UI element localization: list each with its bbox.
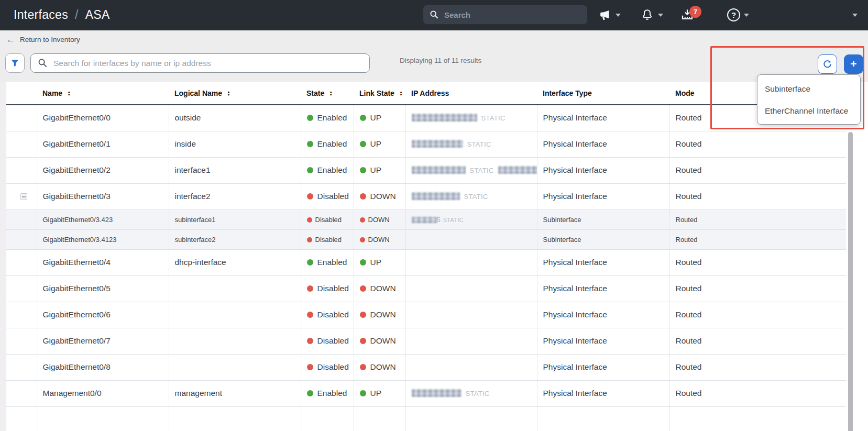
redacted-ip [412,192,460,200]
cell-state: Disabled [301,354,354,380]
top-navigation-bar: Interfaces / ASA 7 [0,0,868,30]
announcements-menu[interactable] [598,0,621,30]
table-row[interactable]: Management0/0managementEnabledUPSTATICPh… [6,380,846,406]
filter-button[interactable] [5,53,25,73]
cell-interface-type [537,406,669,431]
cell-mode: Routed [669,229,846,249]
table-scrollbar[interactable] [848,132,853,431]
static-label: STATIC [464,193,488,201]
cell-name: GigabitEthernet0/2 [37,157,169,183]
status-down-dot [360,193,366,200]
cell-state: Disabled [301,302,354,328]
table-row[interactable]: GigabitEthernet0/0outsideEnabledUPSTATIC… [6,105,846,131]
status-up-dot [360,259,366,266]
redacted-ip [498,166,537,174]
table-row[interactable]: GigabitEthernet0/1insideEnabledUPSTATICP… [6,131,846,157]
cell-name: GigabitEthernet0/7 [37,328,169,354]
user-menu[interactable] [852,0,858,30]
column-header-state[interactable]: State▲▼ [301,82,354,105]
cell-state [301,406,354,431]
cell-ip-address [405,328,537,354]
cell-ip-address [405,406,537,431]
chevron-down-icon [616,14,621,17]
table-row[interactable]: GigabitEthernet0/6DisabledDOWNPhysical I… [6,302,846,328]
global-search-input[interactable] [444,10,570,19]
status-up-dot [360,167,366,173]
status-down-dot [307,217,312,223]
breadcrumb-asa: ASA [85,8,110,22]
redacted-ip [412,389,462,397]
menu-item-etherchannel-interface[interactable]: EtherChannel Interface [757,100,860,122]
cell-mode: Routed [669,328,846,354]
breadcrumb-interfaces[interactable]: Interfaces [14,8,68,22]
cell-logical-name [169,354,301,380]
global-search[interactable] [423,5,587,24]
expand-cell [6,275,37,302]
results-count: Displaying 11 of 11 results [400,57,481,64]
cell-name [37,406,169,431]
refresh-button[interactable] [818,54,837,74]
collapse-toggle-icon[interactable] [20,193,27,200]
cell-name: GigabitEthernet0/3 [37,183,169,209]
cell-logical-name [169,302,301,328]
table-row[interactable]: GigabitEthernet0/8DisabledDOWNPhysical I… [6,354,846,380]
column-header-logical-name[interactable]: Logical Name▲▼ [169,82,301,105]
sort-icon[interactable]: ▲▼ [329,91,333,96]
ip-visible-part: 5 [437,216,441,224]
table-row[interactable]: GigabitEthernet0/3.4123subinterface2Disa… [6,229,846,249]
status-down-dot [360,312,366,318]
status-up-dot [307,259,313,266]
static-label: STATIC [467,140,491,148]
help-menu[interactable]: ? [727,0,749,30]
breadcrumb-separator: / [68,8,85,22]
status-down-dot [307,285,313,292]
table-row[interactable]: GigabitEthernet0/7DisabledDOWNPhysical I… [6,328,846,354]
table-row[interactable]: GigabitEthernet0/4dhcp-interfaceEnabledU… [6,249,846,275]
notifications-menu[interactable] [640,0,663,30]
status-down-dot [307,193,313,200]
interface-search[interactable] [30,53,370,73]
redacted-ip [412,140,463,148]
expand-cell [6,354,37,380]
cell-interface-type: Physical Interface [537,183,669,209]
cell-mode: Routed [669,183,846,209]
return-to-inventory-link[interactable]: ← Return to Inventory [6,35,80,44]
sort-icon[interactable]: ▲▼ [227,91,230,96]
cell-name: GigabitEthernet0/3.4123 [37,229,169,249]
column-header-link-state[interactable]: Link State▲▼ [354,82,405,105]
cell-link-state: DOWN [354,183,405,209]
cell-link-state: DOWN [354,328,405,354]
cell-logical-name: inside [169,131,301,157]
menu-item-subinterface[interactable]: Subinterface [757,78,860,100]
cell-logical-name: subinterface1 [169,209,301,229]
cell-state: Disabled [301,229,354,249]
cell-link-state: DOWN [354,229,405,249]
cell-mode: Routed [669,131,846,157]
cell-mode: Routed [669,275,846,302]
add-interface-button[interactable]: + [844,54,863,74]
cell-ip-address [405,354,537,380]
table-header-row: Name▲▼Logical Name▲▼State▲▼Link State▲▼I… [6,82,846,105]
table-row[interactable]: GigabitEthernet0/2interface1EnabledUPSTA… [6,157,846,183]
redacted-ip [412,114,477,121]
table-row[interactable]: GigabitEthernet0/3interface2DisabledDOWN… [6,183,846,209]
status-down-dot [360,338,366,344]
cell-state: Enabled [301,105,354,131]
table-row[interactable]: GigabitEthernet0/5DisabledDOWNPhysical I… [6,275,846,302]
table-row[interactable] [6,406,846,431]
redacted-ip [412,166,466,174]
cell-logical-name: interface2 [169,183,301,209]
table-row[interactable]: GigabitEthernet0/3.423subinterface1Disab… [6,209,846,229]
downloads-tray[interactable]: 7 [679,0,695,30]
interface-search-input[interactable] [53,59,347,68]
column-header-name[interactable]: Name▲▼ [37,82,169,105]
cell-ip-address [405,302,537,328]
static-label: STATIC [470,167,494,174]
sort-icon[interactable]: ▲▼ [399,91,403,96]
cell-ip-address: STATIC [405,105,537,131]
chevron-down-icon [852,14,858,17]
cell-interface-type: Subinterface [537,209,669,229]
interfaces-table: Name▲▼Logical Name▲▼State▲▼Link State▲▼I… [6,82,846,431]
status-down-dot [307,312,313,318]
sort-icon[interactable]: ▲▼ [67,91,71,96]
